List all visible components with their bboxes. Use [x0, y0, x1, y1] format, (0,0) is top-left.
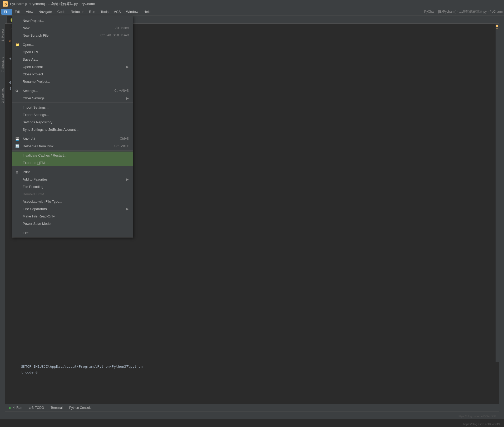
make-readonly-label: Make File Read-Only	[23, 214, 55, 218]
menu-save-as[interactable]: Save As...	[12, 56, 133, 63]
menu-view[interactable]: View	[23, 9, 36, 15]
window-title: PyCharm [E:\Pycharm] - ...\随笔\遗传算法.py - …	[424, 9, 503, 14]
sep-4	[12, 134, 133, 134]
new-shortcut: Alt+Insert	[115, 26, 129, 30]
project-tab[interactable]: 1: Project	[1, 29, 4, 41]
new-project-label: New Project...	[23, 19, 44, 23]
watermark: https://blog.csdn.net/XWxDSJ	[458, 415, 496, 418]
menu-invalidate[interactable]: Invalidate Caches / Restart...	[12, 152, 133, 159]
menu-open[interactable]: 📁 Open...	[12, 41, 133, 48]
terminal-output: SKTOP-1M1U8JI\AppData\Local\Programs\Pyt…	[17, 362, 499, 404]
settings-shortcut: Ctrl+Alt+S	[114, 89, 129, 93]
other-settings-label: Other Settings	[23, 96, 45, 100]
run-tab-bar: ▶ 4: Run ≡ 6: TODO Terminal Python Conso…	[5, 404, 499, 411]
menu-make-readonly[interactable]: Make File Read-Only	[12, 212, 133, 220]
terminal-tab-label: Terminal	[51, 406, 62, 410]
favorites-tab[interactable]: 2: Favorites	[1, 88, 4, 103]
menu-bar: File Edit View Navigate Code Refactor Ru…	[0, 8, 504, 16]
menu-edit[interactable]: Edit	[12, 9, 23, 15]
menu-associate[interactable]: Associate with File Type...	[12, 198, 133, 205]
sep-3	[12, 103, 133, 103]
menu-open-recent[interactable]: Open Recent ▶	[12, 63, 133, 70]
right-scrollbar[interactable]	[496, 24, 499, 419]
menu-sync-settings[interactable]: Sync Settings to JetBrains Account...	[12, 126, 133, 133]
menu-power-save[interactable]: Power Save Mode	[12, 220, 133, 227]
terminal-path: SKTOP-1M1U8JI\AppData\Local\Programs\Pyt…	[21, 364, 495, 370]
menu-code[interactable]: Code	[55, 9, 68, 15]
menu-remove-bom: Remove BOM	[12, 190, 133, 198]
save-all-shortcut: Ctrl+S	[120, 137, 129, 140]
dropdown-menu: New Project... New... Alt+Insert New Scr…	[12, 16, 133, 237]
menu-vcs[interactable]: VCS	[111, 9, 123, 15]
add-favorites-arrow: ▶	[126, 177, 129, 181]
menu-import-settings[interactable]: Import Settings...	[12, 104, 133, 111]
open-label: Open...	[23, 43, 34, 47]
menu-run[interactable]: Run	[86, 9, 98, 15]
sep-7	[12, 228, 133, 228]
associate-label: Associate with File Type...	[23, 200, 62, 203]
menu-new[interactable]: New... Alt+Insert	[12, 24, 133, 32]
menu-save-all[interactable]: 💾 Save All Ctrl+S	[12, 135, 133, 142]
structure-tab[interactable]: 7: Structure	[1, 57, 4, 72]
reload-shortcut: Ctrl+Alt+Y	[114, 144, 129, 148]
remove-bom-label: Remove BOM	[23, 192, 44, 196]
menu-open-url[interactable]: Open URL...	[12, 48, 133, 56]
todo-tab[interactable]: ≡ 6: TODO	[26, 405, 47, 411]
invalidate-label: Invalidate Caches / Restart...	[23, 153, 67, 157]
export-html-label: Export to HTML...	[23, 161, 50, 165]
new-label: New...	[23, 26, 32, 30]
menu-other-settings[interactable]: Other Settings ▶	[12, 94, 133, 102]
menu-export-settings[interactable]: Export Settings...	[12, 111, 133, 118]
sync-settings-label: Sync Settings to JetBrains Account...	[23, 128, 78, 132]
python-console-tab[interactable]: Python Console	[67, 405, 94, 411]
folder-icon: 📁	[15, 43, 19, 47]
save-all-label: Save All	[23, 137, 35, 141]
new-scratch-shortcut: Ctrl+Alt+Shift+Insert	[100, 33, 129, 37]
menu-tools[interactable]: Tools	[98, 9, 111, 15]
menu-refactor[interactable]: Refactor	[68, 9, 86, 15]
menu-line-sep[interactable]: Line Separators ▶	[12, 205, 133, 212]
menu-new-scratch[interactable]: New Scratch File Ctrl+Alt+Shift+Insert	[12, 32, 133, 39]
settings-label: Settings...	[23, 89, 38, 93]
open-url-label: Open URL...	[23, 50, 42, 54]
menu-exit[interactable]: Exit	[12, 229, 133, 236]
menu-print[interactable]: 🖨 Print...	[12, 168, 133, 176]
menu-reload[interactable]: 🔄 Reload All from Disk Ctrl+Alt+Y	[12, 142, 133, 150]
app-logo: Py	[3, 1, 8, 7]
print-label: Print...	[23, 170, 33, 174]
run-icon: ▶	[9, 406, 12, 410]
exit-label: Exit	[23, 231, 28, 235]
save-as-label: Save As...	[23, 57, 38, 61]
file-dropdown: New Project... New... Alt+Insert New Scr…	[12, 16, 133, 237]
run-tab[interactable]: ▶ 4: Run	[7, 405, 25, 411]
settings-repo-label: Settings Repository...	[23, 120, 55, 124]
menu-settings-repo[interactable]: Settings Repository...	[12, 118, 133, 126]
line-sep-label: Line Separators	[23, 207, 47, 211]
menu-navigate[interactable]: Navigate	[36, 9, 55, 15]
sep-1	[12, 40, 133, 40]
file-encoding-label: File Encoding	[23, 185, 43, 189]
todo-tab-label: ≡ 6: TODO	[29, 406, 44, 410]
menu-rename-project[interactable]: Rename Project...	[12, 78, 133, 85]
open-recent-arrow: ▶	[126, 65, 129, 69]
menu-settings[interactable]: ⚙ Settings... Ctrl+Alt+S	[12, 87, 133, 94]
title-bar: Py PyCharm [E:\Pycharm] - ...\随笔\遗传算法.py…	[0, 0, 504, 8]
menu-help[interactable]: Help	[141, 9, 153, 15]
scroll-marker-3	[496, 28, 498, 28]
menu-close-project[interactable]: Close Project	[12, 70, 133, 78]
menu-new-project[interactable]: New Project...	[12, 17, 133, 24]
menu-add-favorites[interactable]: Add to Favorites ▶	[12, 176, 133, 183]
menu-export-html[interactable]: Export to HTML...	[12, 159, 133, 166]
menu-window[interactable]: Window	[123, 9, 141, 15]
run-tab-label: 4: Run	[13, 406, 22, 410]
menu-file[interactable]: File	[1, 9, 12, 15]
add-favorites-label: Add to Favorites	[23, 177, 48, 181]
rename-project-label: Rename Project...	[23, 80, 50, 84]
menu-file-encoding[interactable]: File Encoding	[12, 183, 133, 190]
export-settings-label: Export Settings...	[23, 113, 49, 117]
print-icon: 🖨	[15, 170, 19, 174]
terminal-tab[interactable]: Terminal	[48, 405, 65, 411]
python-console-label: Python Console	[69, 406, 92, 410]
import-settings-label: Import Settings...	[23, 105, 48, 109]
save-icon: 💾	[15, 137, 19, 141]
